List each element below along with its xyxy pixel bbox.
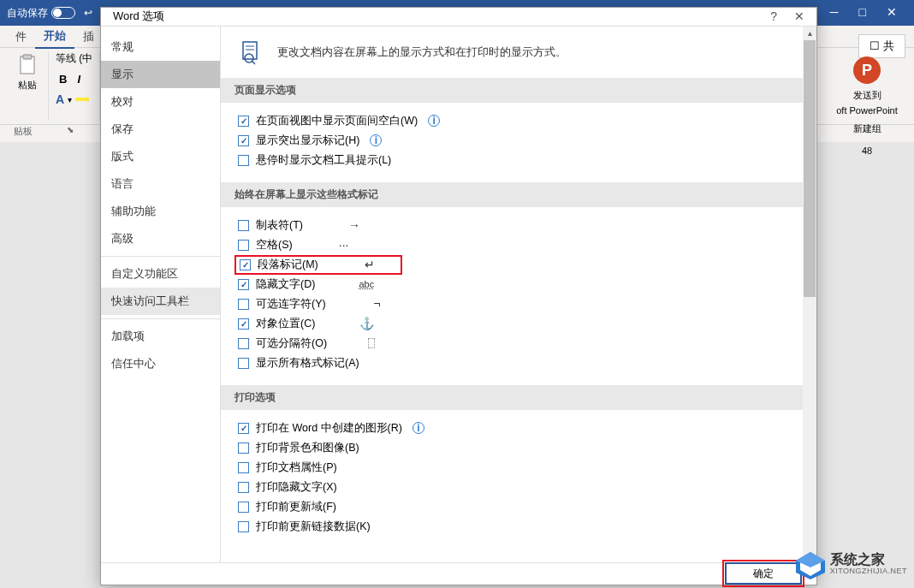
chk-update-fields[interactable]: [238, 502, 249, 513]
watermark-url: XITONGZHIJIA.NET: [830, 567, 907, 575]
section-print-options-header: 打印选项: [221, 385, 816, 410]
chk-tabs[interactable]: [238, 220, 249, 231]
tab-home[interactable]: 开始: [35, 25, 74, 49]
chk-page-whitespace[interactable]: [238, 116, 249, 127]
chk-print-bg-label[interactable]: 打印背景色和图像(B): [256, 441, 359, 455]
chk-optional-breaks-label[interactable]: 可选分隔符(O): [256, 336, 327, 351]
chk-update-links-label[interactable]: 打印前更新链接数据(K): [256, 520, 371, 534]
font-name[interactable]: 等线 (中: [56, 51, 92, 66]
italic-button[interactable]: I: [74, 71, 84, 87]
tab-file[interactable]: 件: [7, 26, 35, 48]
section-formatting-marks-header: 始终在屏幕上显示这些格式标记: [221, 182, 816, 207]
svg-line-6: [252, 61, 255, 64]
chk-print-bg[interactable]: [238, 442, 249, 454]
chk-paragraph-marks-label[interactable]: 段落标记(M): [258, 258, 318, 272]
tab-insert[interactable]: 插: [74, 26, 103, 48]
paste-group[interactable]: 粘贴: [7, 51, 49, 121]
chk-print-drawings-label[interactable]: 打印在 Word 中创建的图形(R): [256, 421, 402, 436]
maximize-button[interactable]: □: [852, 5, 873, 19]
nav-quick-access[interactable]: 快速访问工具栏: [101, 288, 220, 315]
chk-all-marks[interactable]: [238, 358, 249, 369]
dialog-body: 常规 显示 校对 保存 版式 语言 辅助功能 高级 自定义功能区 快速访问工具栏…: [101, 26, 816, 562]
dialog-close-button[interactable]: ✕: [794, 9, 804, 23]
chk-tooltips[interactable]: [238, 155, 249, 166]
chk-optional-hyphens-label[interactable]: 可选连字符(Y): [256, 297, 326, 312]
powerpoint-icon[interactable]: P: [852, 55, 882, 86]
svg-text:P: P: [862, 62, 872, 79]
send-to-label: 发送到: [853, 89, 881, 102]
dialog-title-text: Word 选项: [113, 9, 164, 24]
paragraph-symbol: ↵: [359, 258, 380, 271]
dialog-footer: 确定: [101, 562, 816, 585]
chk-print-drawings[interactable]: [238, 423, 249, 434]
chk-paragraph-marks[interactable]: [240, 259, 251, 270]
chk-hidden-text-label[interactable]: 隐藏文字(D): [256, 277, 315, 292]
nav-customize-ribbon[interactable]: 自定义功能区: [101, 260, 220, 288]
chk-spaces[interactable]: [238, 240, 249, 251]
dialog-help-button[interactable]: ?: [770, 9, 777, 23]
bold-button[interactable]: B: [56, 71, 70, 87]
number-label: 48: [862, 146, 872, 156]
space-symbol: ···: [334, 238, 354, 252]
nav-save[interactable]: 保存: [101, 116, 220, 143]
nav-sidebar: 常规 显示 校对 保存 版式 语言 辅助功能 高级 自定义功能区 快速访问工具栏…: [101, 27, 221, 562]
nav-general[interactable]: 常规: [101, 33, 220, 61]
scrollbar-thumb[interactable]: [804, 40, 816, 297]
autosave-label: 自动保存: [7, 6, 48, 21]
scrollbar[interactable]: ▴ ▾: [803, 27, 816, 562]
nav-layout[interactable]: 版式: [101, 143, 220, 170]
chk-optional-breaks[interactable]: [238, 338, 249, 349]
chk-optional-hyphens[interactable]: [238, 299, 249, 310]
right-panel: P 发送到 oft PowerPoint 新建组 48: [820, 48, 914, 156]
close-button[interactable]: ✕: [880, 5, 904, 19]
tab-symbol: →: [344, 218, 365, 232]
nav-advanced[interactable]: 高级: [101, 225, 220, 252]
chk-print-hidden[interactable]: [238, 482, 249, 493]
chk-object-anchors[interactable]: [238, 318, 249, 330]
nav-proofing[interactable]: 校对: [101, 88, 220, 116]
chk-page-whitespace-label[interactable]: 在页面视图中显示页面间空白(W): [256, 114, 418, 128]
toggle-switch[interactable]: [51, 7, 75, 19]
chk-spaces-label[interactable]: 空格(S): [256, 238, 293, 252]
chk-tabs-label[interactable]: 制表符(T): [256, 218, 303, 233]
chk-update-links[interactable]: [238, 521, 249, 532]
intro-row: 更改文档内容在屏幕上的显示方式和在打印时的显示方式。: [221, 27, 816, 78]
chk-highlight-marks[interactable]: [238, 135, 249, 146]
ok-button[interactable]: 确定: [726, 563, 801, 584]
anchor-symbol: ⚓: [356, 317, 377, 330]
chk-print-props[interactable]: [238, 462, 249, 473]
intro-text: 更改文档内容在屏幕上的显示方式和在打印时的显示方式。: [277, 45, 567, 60]
chk-highlight-marks-label[interactable]: 显示突出显示标记(H): [256, 134, 359, 148]
word-options-dialog: Word 选项 ? ✕ 常规 显示 校对 保存 版式 语言 辅助功能 高级 自定…: [100, 7, 817, 585]
minimize-button[interactable]: ─: [823, 5, 846, 19]
new-group-label: 新建组: [853, 122, 881, 135]
highlight-icon[interactable]: [75, 98, 89, 101]
break-symbol: [368, 338, 375, 348]
hidden-symbol: abc: [356, 279, 377, 289]
text-effects-icon[interactable]: A: [56, 92, 64, 106]
scroll-up-button[interactable]: ▴: [803, 27, 816, 40]
info-icon[interactable]: i: [370, 134, 382, 146]
dialog-titlebar: Word 选项 ? ✕: [101, 8, 816, 26]
nav-language[interactable]: 语言: [101, 170, 220, 198]
clipboard-label: 贴板: [14, 125, 33, 142]
nav-accessibility[interactable]: 辅助功能: [101, 198, 220, 225]
watermark: 系统之家 XITONGZHIJIA.NET: [792, 549, 907, 579]
nav-trust-center[interactable]: 信任中心: [101, 350, 220, 377]
nav-display[interactable]: 显示: [101, 61, 220, 88]
chk-hidden-text[interactable]: [238, 279, 249, 290]
chk-tooltips-label[interactable]: 悬停时显示文档工具提示(L): [256, 153, 391, 168]
autosave-toggle[interactable]: 自动保存 ↩: [7, 6, 92, 21]
chk-update-fields-label[interactable]: 打印前更新域(F): [256, 500, 336, 514]
options-content: 更改文档内容在屏幕上的显示方式和在打印时的显示方式。 页面显示选项 在页面视图中…: [221, 27, 816, 562]
chk-object-anchors-label[interactable]: 对象位置(C): [256, 317, 315, 331]
info-icon[interactable]: i: [412, 422, 424, 434]
watermark-brand: 系统之家: [830, 553, 907, 567]
info-icon[interactable]: i: [428, 115, 440, 127]
chk-print-hidden-label[interactable]: 打印隐藏文字(X): [256, 480, 337, 495]
nav-addins[interactable]: 加载项: [101, 323, 220, 350]
chk-print-props-label[interactable]: 打印文档属性(P): [256, 460, 337, 475]
chk-all-marks-label[interactable]: 显示所有格式标记(A): [256, 356, 359, 371]
watermark-logo: [792, 549, 827, 579]
font-group: 等线 (中 B I A ▾: [49, 51, 100, 121]
